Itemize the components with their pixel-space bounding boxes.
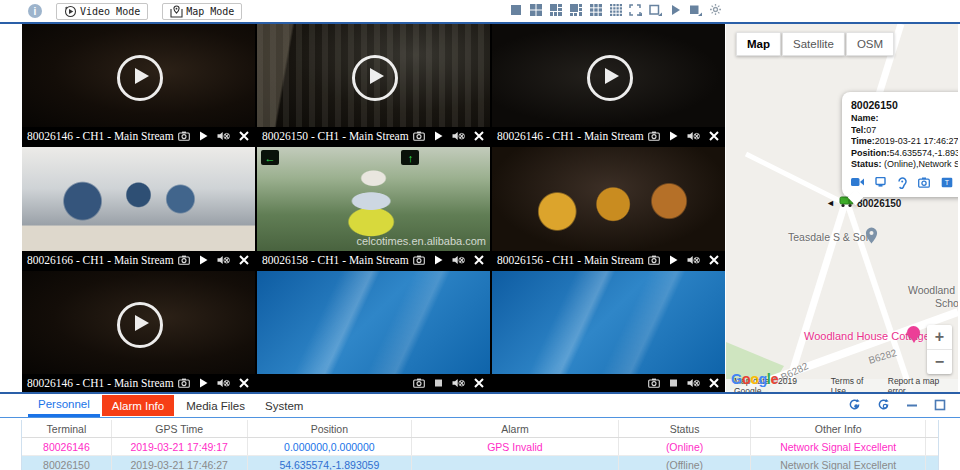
single-panel-icon[interactable]	[649, 3, 662, 16]
video-mode-button[interactable]: Video Mode	[56, 3, 148, 20]
table-row[interactable]: 800261502019-03-21 17:46:2754.635574,-1.…	[22, 456, 938, 470]
fullscreen-icon[interactable]	[239, 378, 249, 388]
play-icon[interactable]	[434, 131, 443, 141]
layout-6-icon[interactable]	[549, 3, 562, 16]
video-cell-3[interactable]: 80026146 - CH1 - Main Stream	[492, 24, 725, 145]
layout-9-icon[interactable]	[589, 3, 602, 16]
mute-icon[interactable]	[452, 255, 465, 265]
layout-4-icon[interactable]	[529, 3, 542, 16]
svg-text:T: T	[945, 179, 950, 186]
position-link[interactable]: 54.635574,-1.893059	[248, 456, 413, 470]
play-all-icon[interactable]	[669, 3, 682, 16]
mute-icon[interactable]	[452, 131, 465, 141]
fullscreen-icon[interactable]	[474, 255, 484, 265]
video-cell-9[interactable]	[492, 271, 725, 392]
fullscreen-icon[interactable]	[239, 255, 249, 265]
snapshot-icon[interactable]	[648, 255, 660, 265]
map-mode-button[interactable]: Map Mode	[162, 3, 242, 20]
fullscreen-icon[interactable]	[709, 131, 719, 141]
play-overlay-button[interactable]	[587, 55, 633, 101]
video-cell-6[interactable]: 80026156 - CH1 - Main Stream	[492, 147, 725, 268]
layout-1-icon[interactable]	[509, 3, 522, 16]
cottage-marker-icon[interactable]	[907, 326, 920, 339]
video-cell-7[interactable]: 80026146 - CH1 - Main Stream	[22, 271, 255, 392]
snapshot-icon[interactable]	[413, 378, 425, 388]
video-cell-1[interactable]: 80026146 - CH1 - Main Stream	[22, 24, 255, 145]
collapse-panel-icon[interactable]	[906, 399, 918, 411]
refresh-clock-icon[interactable]	[877, 398, 890, 411]
mute-icon[interactable]	[687, 255, 700, 265]
snapshot-icon[interactable]	[648, 378, 660, 388]
snapshot-icon[interactable]	[918, 177, 930, 189]
video-cell-label: 80026146 - CH1 - Main Stream	[492, 130, 648, 142]
vehicle-marker[interactable]: ◄ 80026150	[826, 194, 901, 212]
fullscreen-icon[interactable]	[474, 378, 484, 388]
report-error-link[interactable]: Report a map error	[888, 376, 955, 393]
map-zoom-control: + −	[927, 325, 952, 374]
video-cell-2[interactable]: 80026150 - CH1 - Main Stream	[257, 24, 490, 145]
popup-name-row: Name:	[851, 113, 958, 125]
play-icon[interactable]	[199, 255, 208, 265]
play-icon[interactable]	[199, 131, 208, 141]
play-overlay-button[interactable]	[117, 302, 163, 348]
play-icon[interactable]	[669, 131, 678, 141]
fullscreen-icon[interactable]	[239, 131, 249, 141]
popup-title: 80026150	[851, 99, 958, 111]
map-type-map[interactable]: Map	[736, 32, 781, 56]
play-icon[interactable]	[434, 255, 443, 265]
stop-icon[interactable]	[434, 378, 443, 388]
layout-16-icon[interactable]	[609, 3, 622, 16]
layout-8-icon[interactable]	[569, 3, 582, 16]
stop-icon[interactable]	[669, 378, 678, 388]
mute-icon[interactable]	[687, 131, 700, 141]
snapshot-icon[interactable]	[648, 131, 660, 141]
video-cell-5[interactable]: ← ↑celcotimes.en.alibaba.com 80026158 - …	[257, 147, 490, 268]
position-link[interactable]: 0.000000,0.000000	[248, 438, 413, 455]
tab-system[interactable]: System	[255, 394, 313, 417]
map-panel[interactable]: Map Satellite OSM ◄ 80026150 80026150 Na…	[726, 24, 958, 392]
refresh-history-icon[interactable]	[848, 398, 861, 411]
mute-icon[interactable]	[217, 378, 230, 388]
google-logo[interactable]: Google	[731, 371, 778, 387]
mute-icon[interactable]	[687, 378, 700, 388]
video-cell-8[interactable]	[257, 271, 490, 392]
video-cell-4[interactable]: 80026166 - CH1 - Main Stream	[22, 147, 255, 268]
play-icon[interactable]	[669, 255, 678, 265]
snapshot-icon[interactable]	[413, 131, 425, 141]
mute-icon[interactable]	[217, 131, 230, 141]
fullscreen-icon[interactable]	[709, 378, 719, 388]
snapshot-icon[interactable]	[413, 255, 425, 265]
fullscreen-icon[interactable]	[629, 3, 642, 16]
listen-icon[interactable]	[897, 177, 907, 189]
intercom-icon[interactable]	[875, 177, 886, 189]
bottom-tabs: PersonnelAlarm InfoMedia FilesSystem	[0, 394, 960, 418]
live-video-icon[interactable]	[851, 177, 864, 189]
terms-link[interactable]: Terms of Use	[831, 376, 878, 393]
tab-alarm-info[interactable]: Alarm Info	[102, 395, 174, 416]
table-header-row: TerminalGPS TimePositionAlarmStatusOther…	[22, 420, 938, 438]
stop-all-icon[interactable]	[689, 3, 702, 16]
map-type-osm[interactable]: OSM	[846, 32, 894, 56]
snapshot-icon[interactable]	[178, 255, 190, 265]
info-icon[interactable]: i	[28, 4, 42, 18]
video-cell-bar: 80026158 - CH1 - Main Stream	[257, 251, 490, 269]
snapshot-icon[interactable]	[178, 378, 190, 388]
mute-icon[interactable]	[452, 378, 465, 388]
fullscreen-icon[interactable]	[474, 131, 484, 141]
zoom-in-button[interactable]: +	[927, 325, 952, 350]
settings-icon[interactable]	[709, 3, 722, 16]
snapshot-icon[interactable]	[178, 131, 190, 141]
tab-personnel[interactable]: Personnel	[28, 394, 100, 417]
map-type-satellite[interactable]: Satellite	[782, 32, 845, 56]
tts-icon[interactable]: T	[941, 177, 953, 189]
mute-icon[interactable]	[217, 255, 230, 265]
play-icon[interactable]	[199, 378, 208, 388]
zoom-out-button[interactable]: −	[927, 350, 952, 374]
table-row[interactable]: 800261462019-03-21 17:49:170.000000,0.00…	[22, 438, 938, 456]
play-overlay-button[interactable]	[352, 55, 398, 101]
expand-panel-icon[interactable]	[934, 399, 946, 411]
tab-media-files[interactable]: Media Files	[176, 394, 255, 417]
play-overlay-button[interactable]	[117, 55, 163, 101]
table-cell: (Offline)	[619, 456, 752, 470]
fullscreen-icon[interactable]	[709, 255, 719, 265]
